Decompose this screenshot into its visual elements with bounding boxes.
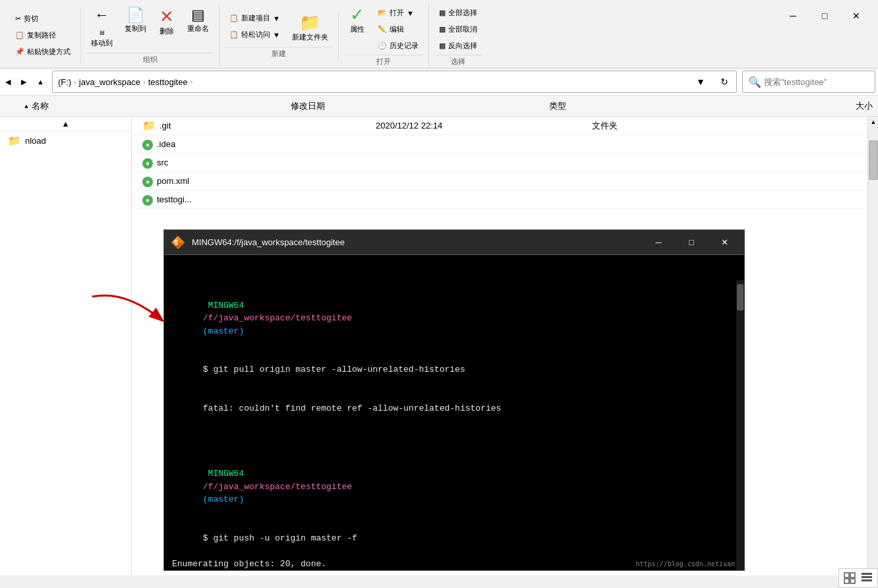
nav-forward-button[interactable]: ▶ (16, 71, 32, 92)
move-to-button[interactable]: ←▤ 移动到 (86, 5, 117, 51)
terminal-maximize-button[interactable]: □ (678, 233, 705, 252)
ribbon-group-new: 📋 新建项目 ▼ 📋 轻松访问 ▼ 📁 新建文件夹 新建 (220, 11, 339, 60)
paste-shortcut-button[interactable]: 📌 粘贴快捷方式 (11, 44, 75, 59)
nav-up-button[interactable]: ▲ (32, 71, 49, 92)
term-line-3: fatal: couldn't find remote ref -allow-u… (172, 389, 736, 428)
select-all-button[interactable]: ▦ 全部选择 (434, 5, 482, 20)
delete-icon: ✕ (160, 8, 174, 25)
idea-folder-icon: ● (142, 138, 153, 150)
scrollbar-track (868, 127, 878, 565)
easy-access-button[interactable]: 📋 轻松访问 ▼ (225, 27, 285, 42)
address-path: (F:) › java_workspace › testtogitee › (53, 77, 689, 87)
history-button[interactable]: 🕐 历史记录 (373, 38, 423, 53)
svg-rect-8 (850, 573, 855, 577)
terminal-scrollbar[interactable] (736, 280, 744, 570)
invert-selection-button[interactable]: ▦ 反向选择 (434, 38, 482, 53)
svg-marker-3 (178, 243, 185, 249)
file-row-idea[interactable]: ● .idea (132, 135, 867, 154)
file-list-scrollbar[interactable]: ▲ ▼ (867, 117, 878, 575)
svg-rect-10 (850, 579, 855, 583)
edit-icon: ✏️ (378, 25, 387, 34)
search-bar: 🔍 (742, 71, 875, 93)
copy-to-icon: 📄 (127, 8, 144, 22)
path-part-project: testtogitee (148, 77, 188, 87)
minimize-button[interactable]: ─ (778, 5, 808, 26)
rename-button[interactable]: ▤ 重命名 (183, 5, 214, 37)
properties-button[interactable]: ✓ 属性 (344, 3, 370, 38)
file-row-git[interactable]: 📁 .git 2020/12/12 22:14 文件夹 (132, 117, 867, 135)
close-button[interactable]: ✕ (841, 5, 871, 26)
copy-to-button[interactable]: 📄 复制到 (120, 5, 151, 37)
terminal-minimize-button[interactable]: ─ (645, 233, 672, 252)
terminal-app-icon: G (171, 235, 185, 250)
copy-path-button[interactable]: 📋 复制路径 (11, 28, 75, 43)
terminal-titlebar: G MINGW64:/f/java_workspace/testtogitee … (164, 230, 744, 255)
scroll-up-btn[interactable]: ▲ (868, 117, 878, 127)
file-row-pomxml[interactable]: ● pom.xml (132, 172, 867, 191)
pomxml-icon: ● (142, 175, 153, 187)
terminal-close-button[interactable]: ✕ (711, 233, 738, 252)
select-all-icon: ▦ (439, 9, 446, 17)
scroll-up-arrow[interactable]: ▲ (24, 103, 30, 109)
taskbar-grid-icon[interactable] (842, 570, 858, 586)
git-folder-icon: 📁 (142, 119, 156, 132)
delete-button[interactable]: ✕ 删除 (154, 5, 180, 40)
cut-button[interactable]: ✂ 剪切 (11, 11, 75, 26)
sidebar-item-label: nload (25, 136, 46, 146)
sidebar-item-nload[interactable]: 📁 nload (0, 131, 131, 150)
col-size-header[interactable]: 大小 (744, 100, 873, 112)
testtogi-icon: ● (142, 193, 153, 206)
properties-icon: ✓ (350, 6, 365, 23)
copy-icon: 📋 (15, 31, 24, 40)
terminal-footer: https://blog.csdn.netivan (635, 559, 735, 569)
col-date-header[interactable]: 修改日期 (291, 100, 550, 112)
taskbar-details-icon[interactable] (859, 570, 875, 586)
open-icon: 📂 (378, 9, 387, 17)
file-row-testtogi[interactable]: ● testtogi... (132, 191, 867, 209)
file-list-header: ▲ 名称 修改日期 类型 大小 (0, 96, 878, 117)
path-part-drive: (F:) (58, 77, 71, 87)
history-icon: 🕐 (378, 42, 387, 50)
svg-marker-2 (178, 236, 185, 243)
term-line-5: $ git push -u origin master -f (172, 519, 736, 558)
address-refresh-button[interactable]: ↻ (713, 71, 736, 92)
scrollbar-thumb[interactable] (869, 140, 878, 180)
nav-back-button[interactable]: ◀ (0, 71, 16, 92)
search-input[interactable] (764, 77, 869, 87)
col-type-header[interactable]: 类型 (549, 100, 743, 112)
sidebar: ▲ 📁 nload (0, 117, 132, 575)
terminal-body[interactable]: MINGW64 /f/java_workspace/testtogitee (m… (164, 255, 744, 570)
invert-icon: ▦ (439, 42, 446, 50)
terminal-title: MINGW64:/f/java_workspace/testtogitee (192, 237, 639, 247)
terminal-window: G MINGW64:/f/java_workspace/testtogitee … (163, 229, 745, 571)
col-name-header[interactable]: 名称 (32, 100, 291, 112)
deselect-all-icon: ▦ (439, 25, 446, 34)
terminal-scroll-thumb[interactable] (737, 284, 744, 310)
edit-button[interactable]: ✏️ 编辑 (373, 22, 423, 37)
ribbon-group-open: ✓ 属性 📂 打开 ▼ ✏️ 编辑 🕐 历史记录 (339, 3, 429, 68)
open-group-label: 打开 (344, 55, 423, 68)
new-folder-icon: 📁 (299, 14, 320, 31)
search-icon: 🔍 (748, 76, 761, 88)
address-dropdown-button[interactable]: ▼ (689, 71, 713, 92)
svg-rect-9 (844, 579, 849, 583)
open-button[interactable]: 📂 打开 ▼ (373, 5, 423, 20)
term-line-4: MINGW64 /f/java_workspace/testtogitee (m… (172, 429, 736, 519)
path-part-workspace: java_workspace (79, 77, 140, 87)
scissors-icon: ✂ (15, 15, 21, 23)
ribbon: ✂ 剪切 📋 复制路径 📌 粘贴快捷方式 ←▤ 移动到 📄 复制 (0, 0, 878, 69)
move-icon: ←▤ (95, 8, 109, 37)
nav-row: ◀ ▶ ▲ (F:) › java_workspace › testtogite… (0, 69, 878, 96)
window-chrome: ─ □ ✕ (771, 0, 878, 32)
svg-rect-7 (844, 573, 849, 577)
maximize-button[interactable]: □ (809, 5, 840, 26)
term-line-2: $ git pull origin master -allow-unrelate… (172, 351, 736, 390)
svg-rect-13 (862, 579, 872, 581)
new-item-button[interactable]: 📋 新建项目 ▼ (225, 11, 285, 26)
term-line-1: MINGW64 /f/java_workspace/testtogitee (m… (172, 260, 736, 351)
deselect-all-button[interactable]: ▦ 全部取消 (434, 22, 482, 37)
new-group-label: 新建 (225, 47, 333, 60)
file-row-src[interactable]: ● src (132, 154, 867, 172)
sidebar-scroll-up[interactable]: ▲ (0, 117, 131, 131)
new-folder-button[interactable]: 📁 新建文件夹 (287, 11, 333, 45)
